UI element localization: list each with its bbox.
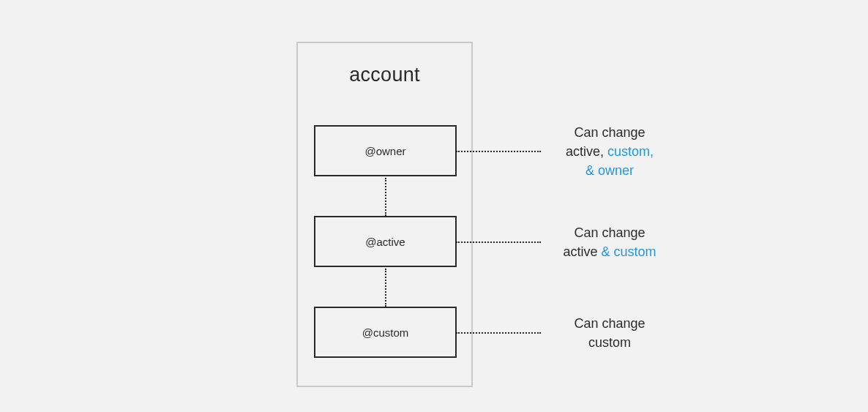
description-owner: Can change active, custom, & owner — [547, 123, 672, 180]
vertical-connector-icon — [385, 269, 386, 307]
account-title: account — [298, 64, 471, 86]
permission-box-owner: @owner — [314, 125, 457, 176]
account-container: account @owner @active @custom — [296, 42, 473, 387]
permission-label: @owner — [364, 145, 405, 157]
horizontal-connector-icon — [456, 332, 541, 334]
horizontal-connector-icon — [456, 151, 541, 152]
desc-text: active — [563, 244, 601, 259]
desc-highlight: custom, — [607, 144, 654, 159]
desc-text: Can change — [574, 225, 645, 240]
description-custom: Can change custom — [547, 314, 672, 352]
description-active: Can change active & custom — [547, 223, 672, 261]
desc-text: Can change — [574, 316, 645, 331]
desc-text: Can change — [574, 125, 645, 140]
desc-highlight: & custom — [602, 244, 656, 259]
desc-text: custom — [588, 335, 631, 350]
desc-text: active, — [566, 144, 607, 159]
permission-label: @custom — [362, 326, 409, 339]
permission-box-active: @active — [314, 216, 457, 267]
horizontal-connector-icon — [456, 241, 541, 243]
permission-label: @active — [365, 236, 405, 248]
vertical-connector-icon — [385, 178, 386, 216]
permission-box-custom: @custom — [314, 307, 457, 358]
desc-highlight: & owner — [585, 163, 634, 178]
